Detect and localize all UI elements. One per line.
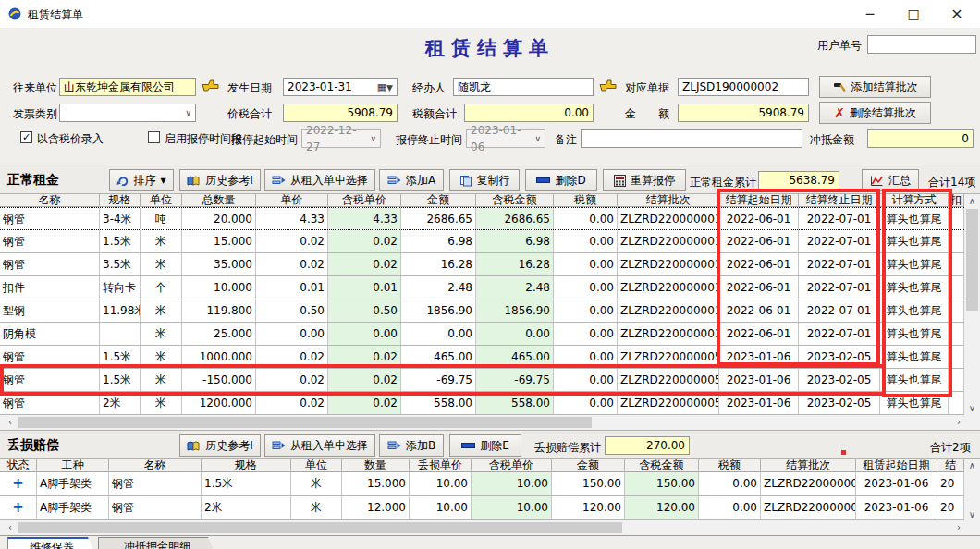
scroll-up-icon[interactable]: ∧ bbox=[964, 460, 980, 470]
cell: 20 bbox=[937, 496, 964, 519]
cell: 3-4米 bbox=[100, 208, 141, 229]
cell: 米 bbox=[141, 392, 182, 414]
total-input[interactable] bbox=[283, 104, 398, 122]
table-row[interactable]: 钢管3-4米吨20.0004.334.332686.652686.650.00Z… bbox=[0, 207, 964, 230]
cell: 米 bbox=[141, 369, 182, 391]
form-header: 租赁结算单 用户单号 bbox=[0, 28, 980, 65]
loss-vertical-scrollbar[interactable]: ∧ ∨ bbox=[964, 459, 980, 520]
table-row[interactable]: 钢管1.5米米-150.0000.020.02-69.75-69.750.00Z… bbox=[0, 369, 964, 392]
table-row[interactable]: 钢管1.5米米1000.0000.020.02465.00465.000.00Z… bbox=[0, 346, 964, 369]
cell bbox=[949, 346, 964, 368]
doc-label: 对应单据 bbox=[625, 80, 669, 96]
cell bbox=[949, 392, 964, 414]
date-input[interactable]: 2023-01-31 ▦▼ bbox=[283, 78, 398, 96]
cell bbox=[100, 323, 141, 345]
tax-entry-checkbox[interactable]: ✓ bbox=[20, 131, 32, 143]
maximize-button[interactable]: □ bbox=[892, 0, 935, 28]
table-row[interactable]: 钢管3.5米米35.0000.020.0216.2816.280.00ZLZRD… bbox=[0, 253, 964, 276]
rent-pick-button[interactable]: 从租入单中选择 bbox=[264, 169, 375, 191]
select-rows-icon bbox=[272, 175, 286, 186]
cell: 0.50 bbox=[328, 299, 401, 322]
table-row[interactable]: 阴角模米25.0000.000.000.000.000.00ZLZRD22000… bbox=[0, 323, 964, 346]
amount-input[interactable] bbox=[678, 104, 809, 122]
cell: 型钢 bbox=[0, 299, 100, 322]
loss-pick-button[interactable]: 从租入单中选择 bbox=[264, 434, 375, 457]
agent-input[interactable] bbox=[453, 78, 594, 96]
table-row[interactable]: 扣件转向卡个10.0000.010.012.482.480.00ZLZRD220… bbox=[0, 276, 964, 299]
loss-add-button[interactable]: 添加B bbox=[379, 434, 444, 457]
table-row[interactable]: 钢管2米米1200.0000.020.02558.00558.000.00ZLZ… bbox=[0, 392, 964, 415]
scrollbar-thumb[interactable] bbox=[966, 209, 978, 311]
scroll-down-icon[interactable]: ∨ bbox=[964, 403, 980, 413]
pick-partner-hand-icon[interactable] bbox=[202, 78, 219, 92]
cell: 0.00 bbox=[328, 323, 401, 345]
invoice-select[interactable]: ∨ bbox=[59, 104, 196, 122]
cell: 0.02 bbox=[256, 230, 328, 252]
cell: 钢管 bbox=[0, 392, 100, 414]
scrollbar-thumb[interactable] bbox=[18, 417, 592, 428]
delete-batch-button[interactable]: ✗ 删除结算批次 bbox=[819, 102, 931, 124]
cell: 算头也算尾 bbox=[880, 323, 949, 345]
cell: 2022-06-01 bbox=[719, 299, 799, 322]
scrollbar-thumb[interactable] bbox=[18, 522, 622, 533]
pick-agent-hand-icon[interactable] bbox=[599, 78, 617, 92]
scroll-right-icon[interactable]: › bbox=[952, 417, 965, 427]
cell: 0.01 bbox=[256, 276, 328, 299]
cell: 算头也算尾 bbox=[880, 230, 949, 252]
loss-history-button[interactable]: 历史参考I bbox=[179, 434, 261, 457]
minimize-button[interactable]: ─ bbox=[849, 0, 891, 28]
cell: + bbox=[0, 472, 37, 495]
scroll-down-icon[interactable]: ∨ bbox=[964, 509, 980, 519]
book-icon bbox=[187, 440, 201, 452]
offset-input[interactable] bbox=[867, 129, 974, 148]
close-button[interactable]: × bbox=[936, 0, 978, 28]
cell: 0.00 bbox=[554, 276, 618, 299]
cell: A脚手架类 bbox=[37, 472, 109, 495]
recalc-button[interactable]: 重算报停 bbox=[603, 169, 686, 191]
cell: 2023-01-06 bbox=[856, 472, 937, 495]
add-batch-button[interactable]: 添加结算批次 bbox=[819, 76, 931, 98]
loss-accum-input[interactable] bbox=[605, 436, 690, 455]
cell: 1.5米 bbox=[202, 472, 291, 495]
sort-button[interactable]: 排序 ▼ bbox=[109, 169, 174, 191]
rent-add-button[interactable]: 添加A bbox=[379, 169, 444, 191]
column-header: 单价 bbox=[256, 194, 328, 207]
copy-row-button[interactable]: 复制行 bbox=[449, 169, 520, 191]
cell: ZLZRD220000005 bbox=[761, 472, 856, 495]
rent-history-button[interactable]: 历史参考I bbox=[179, 169, 261, 191]
scroll-left-icon[interactable]: ‹ bbox=[4, 417, 17, 427]
rent-vertical-scrollbar[interactable]: ∧ ∨ bbox=[964, 194, 980, 415]
rent-horizontal-scrollbar[interactable]: ‹ › bbox=[0, 415, 980, 430]
loss-horizontal-scrollbar[interactable]: ‹ › bbox=[0, 520, 980, 535]
table-row[interactable]: 型钢11.98米米119.8000.500.501856.901856.900.… bbox=[0, 299, 964, 323]
rent-accum-input[interactable] bbox=[758, 171, 839, 189]
user-no-input[interactable] bbox=[867, 35, 976, 54]
column-header: 数量 bbox=[342, 459, 410, 472]
tab-maintenance[interactable]: 维修保养 bbox=[7, 537, 96, 549]
cell: ZLZRD220000001 bbox=[618, 323, 719, 345]
table-row[interactable]: +A脚手架类钢管2米米12.00010.0010.00120.00120.000… bbox=[0, 496, 964, 520]
cell: 35.000 bbox=[182, 253, 256, 275]
remark-input[interactable] bbox=[581, 129, 802, 148]
rent-delete-button[interactable]: 删除D bbox=[525, 169, 597, 191]
summary-button[interactable]: 汇总 bbox=[862, 169, 919, 191]
cell: 1856.90 bbox=[476, 299, 554, 322]
scroll-left-icon[interactable]: ‹ bbox=[4, 522, 17, 532]
scroll-up-icon[interactable]: ∧ bbox=[964, 196, 980, 206]
cell: 465.00 bbox=[401, 346, 476, 368]
partner-input[interactable] bbox=[59, 78, 196, 96]
doc-input[interactable] bbox=[678, 78, 809, 96]
stop-period-checkbox[interactable] bbox=[148, 131, 160, 143]
column-header: 总数量 bbox=[182, 194, 256, 207]
column-header: 状态 bbox=[0, 459, 37, 472]
cell: -69.75 bbox=[401, 369, 476, 391]
table-row[interactable]: 钢管1.5米米15.0000.020.026.986.980.00ZLZRD22… bbox=[0, 230, 964, 253]
scroll-right-icon[interactable]: › bbox=[952, 522, 965, 532]
cell: 120.00 bbox=[552, 496, 625, 519]
cell: ZLZRD220000001 bbox=[618, 253, 719, 275]
loss-delete-button[interactable]: 删除E bbox=[449, 434, 521, 457]
cell: 2022-06-01 bbox=[719, 276, 799, 299]
table-row[interactable]: +A脚手架类钢管1.5米米15.00010.0010.00150.00150.0… bbox=[0, 472, 964, 496]
tab-deposit-offset[interactable]: 冲抵押金明细 bbox=[98, 537, 216, 549]
tax-total-input[interactable] bbox=[464, 104, 594, 122]
